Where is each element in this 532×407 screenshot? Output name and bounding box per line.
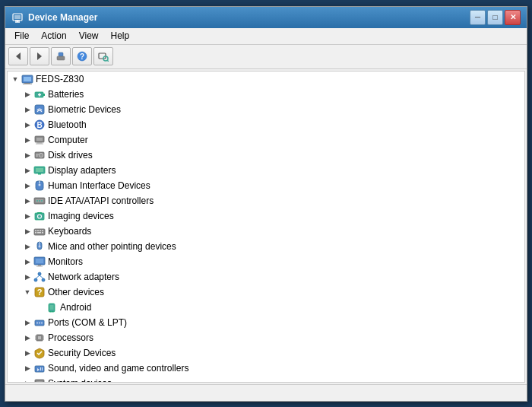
item-expander[interactable]: ▶ (21, 271, 33, 283)
window-title: Device Manager (28, 12, 470, 23)
tree-item[interactable]: ▶Disk drives (8, 148, 524, 163)
item-icon (33, 271, 46, 283)
tree-item[interactable]: ▶Display adapters (8, 163, 524, 178)
svg-rect-33 (36, 155, 38, 156)
item-icon (33, 240, 46, 253)
forward-button[interactable] (30, 47, 49, 65)
tree-item[interactable]: ▶Human Interface Devices (8, 178, 524, 193)
svg-rect-49 (35, 230, 36, 231)
item-icon (33, 88, 46, 100)
svg-rect-26 (36, 138, 43, 141)
tree-item[interactable]: ▶Biometric Devices (8, 102, 524, 117)
item-label: Monitors (48, 256, 83, 267)
item-expander[interactable]: ▶ (21, 256, 33, 268)
svg-point-63 (38, 272, 41, 275)
svg-point-77 (41, 322, 43, 323)
item-label: Other devices (48, 287, 104, 297)
svg-rect-45 (35, 213, 44, 220)
menu-view[interactable]: View (73, 29, 105, 43)
item-expander[interactable]: ▶ (21, 347, 33, 359)
svg-rect-87 (40, 367, 41, 370)
root-expander[interactable]: ▼ (9, 73, 21, 85)
tree-item[interactable]: ▶Processors (8, 330, 524, 345)
main-content: ▼ FEDS-Z830 ▶Batteries▶Biometric Devices… (5, 69, 527, 384)
svg-rect-90 (36, 381, 43, 383)
tree-item[interactable]: ▼?Other devices (8, 285, 524, 300)
item-icon (33, 347, 46, 359)
svg-rect-53 (35, 232, 36, 234)
svg-rect-79 (38, 336, 41, 339)
minimize-button[interactable]: ─ (470, 10, 486, 25)
item-expander[interactable]: ▶ (21, 225, 33, 237)
item-expander[interactable]: ▶ (21, 149, 33, 161)
back-button[interactable] (8, 47, 28, 65)
item-label: IDE ATA/ATAPI controllers (48, 196, 154, 206)
menu-bar: File Action View Help (5, 28, 527, 45)
tree-item[interactable]: Android (8, 300, 524, 315)
tree-item[interactable]: ▶BBluetooth (8, 117, 524, 132)
item-expander[interactable]: ▶ (21, 164, 33, 176)
svg-rect-61 (38, 265, 41, 266)
svg-rect-52 (42, 230, 43, 231)
toolbar: ? (5, 45, 527, 69)
maximize-button[interactable]: □ (487, 10, 503, 25)
tree-item[interactable]: ▶Computer (8, 132, 524, 148)
item-expander[interactable]: ▶ (21, 362, 33, 374)
svg-point-73 (52, 310, 54, 312)
device-tree[interactable]: ▼ FEDS-Z830 ▶Batteries▶Biometric Devices… (7, 71, 525, 383)
scan-button[interactable] (93, 47, 113, 65)
menu-action[interactable]: Action (35, 29, 72, 43)
item-expander[interactable]: ▶ (21, 332, 33, 344)
item-expander[interactable]: ▶ (21, 210, 33, 222)
svg-rect-51 (40, 230, 41, 231)
item-expander[interactable]: ▶ (21, 195, 33, 207)
root-icon (21, 73, 33, 85)
menu-file[interactable]: File (8, 29, 35, 43)
item-icon (33, 164, 46, 176)
item-label: Computer (48, 135, 88, 145)
tree-root[interactable]: ▼ FEDS-Z830 (8, 72, 524, 87)
item-expander[interactable]: ▶ (21, 88, 33, 100)
tree-item[interactable]: ▶IDE ATA/ATAPI controllers (8, 193, 524, 208)
up-button[interactable] (51, 47, 71, 65)
window-icon (11, 11, 24, 24)
item-expander[interactable]: ▶ (21, 240, 33, 253)
svg-rect-8 (57, 56, 65, 60)
item-expander[interactable]: ▶ (21, 103, 33, 116)
tree-item[interactable]: ▶Network adapters (8, 269, 524, 285)
svg-rect-55 (42, 232, 43, 234)
svg-point-75 (36, 322, 38, 323)
item-expander[interactable]: ▶ (21, 377, 33, 383)
item-expander[interactable]: ▼ (21, 286, 33, 298)
svg-rect-17 (23, 84, 32, 84)
svg-rect-22 (35, 105, 44, 114)
svg-text:B: B (36, 121, 42, 129)
tree-item[interactable]: ▶Keyboards (8, 224, 524, 239)
item-expander[interactable]: ▶ (21, 119, 33, 131)
item-icon (46, 301, 58, 313)
svg-rect-88 (42, 367, 43, 370)
svg-point-42 (36, 200, 38, 202)
svg-rect-32 (36, 154, 39, 154)
item-expander (33, 301, 46, 313)
tree-item[interactable]: ▶Batteries (8, 87, 524, 102)
item-label: Batteries (48, 89, 84, 100)
tree-item[interactable]: ▶Mice and other pointing devices (8, 239, 524, 254)
tree-item[interactable]: ▶Imaging devices (8, 208, 524, 224)
tree-item[interactable]: ▶Monitors (8, 254, 524, 269)
tree-item[interactable]: ▶Sound, video and game controllers (8, 361, 524, 376)
svg-point-76 (39, 322, 40, 323)
close-button[interactable]: ✕ (505, 10, 521, 25)
tree-item[interactable]: ▶System devices (8, 376, 524, 383)
item-label: Processors (48, 332, 93, 343)
svg-rect-60 (36, 259, 43, 263)
item-expander[interactable]: ▶ (21, 134, 33, 146)
menu-help[interactable]: Help (105, 29, 136, 43)
svg-point-65 (42, 278, 45, 281)
item-expander[interactable]: ▶ (21, 316, 33, 329)
tree-item[interactable]: ▶Ports (COM & LPT) (8, 315, 524, 330)
item-icon (33, 225, 46, 237)
item-expander[interactable]: ▶ (21, 180, 33, 192)
tree-item[interactable]: ▶Security Devices (8, 345, 524, 361)
help-button[interactable]: ? (72, 47, 92, 65)
